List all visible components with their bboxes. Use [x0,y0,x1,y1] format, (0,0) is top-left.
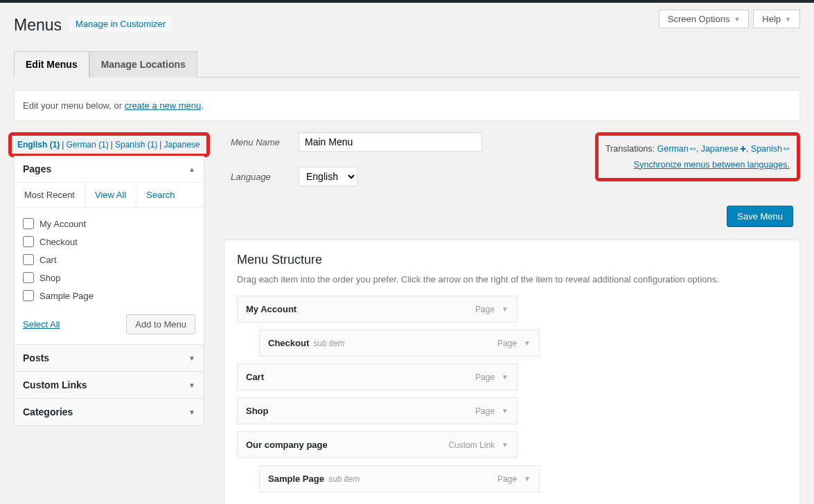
save-menu-button[interactable]: Save Menu [727,206,793,227]
lang-german[interactable]: German (1) [66,140,108,150]
page-item-label: Cart [39,255,57,265]
accordion-custom-links-label: Custom Links [23,379,87,390]
page-checkbox[interactable] [23,272,34,283]
menu-item-label: Sample Pagesub item [268,474,360,484]
menu-item-label: Checkoutsub item [268,338,345,348]
menu-item-label: Our company page [246,440,328,450]
menu-item[interactable]: My AccountPage▼ [237,296,517,323]
help-button[interactable]: Help ▼ [753,10,800,28]
page-item-label: My Account [39,219,86,229]
menu-item-label: Cart [246,372,264,382]
pencil-icon: ✏ [690,143,696,156]
menu-item-type: Page [497,339,517,348]
menu-item[interactable]: ShopPage▼ [237,397,517,424]
translation-spanish-link[interactable]: Spanish✏ [751,144,790,154]
accordion-categories-header[interactable]: Categories ▼ [15,398,204,425]
chevron-down-icon: ▼ [188,381,195,389]
list-item: Shop [23,269,195,287]
menu-structure-desc: Drag each item into the order you prefer… [237,274,787,285]
screen-options-label: Screen Options [668,14,730,24]
accordion-pages-body: Most Recent View All Search My Account C… [15,182,204,344]
menu-item-label: Shop [246,406,269,416]
pages-list: My Account Checkout Cart Shop Sample Pag… [23,215,195,305]
chevron-down-icon: ▼ [785,16,791,23]
pages-tab-view-all[interactable]: View All [85,183,136,207]
page-checkbox[interactable] [23,236,34,247]
chevron-down-icon[interactable]: ▼ [502,373,508,381]
menu-item-type: Page [475,372,495,382]
accordion-categories-label: Categories [23,406,73,417]
accordion-custom-links-header[interactable]: Custom Links ▼ [15,371,204,398]
translation-german-link[interactable]: German✏ [657,144,696,154]
create-new-menu-link[interactable]: create a new menu [125,100,202,111]
language-select[interactable]: English [299,167,357,186]
chevron-down-icon[interactable]: ▼ [524,339,531,347]
menu-name-input[interactable] [299,132,482,152]
pencil-icon: ✏ [784,143,790,156]
list-item: Checkout [23,233,195,251]
menu-item-label: My Account [246,304,297,314]
tab-edit-menus[interactable]: Edit Menus [14,51,89,78]
accordion-pages-label: Pages [23,163,51,174]
page-header: Menus Manage in Customizer Screen Option… [14,10,800,37]
menu-item-type: Page [475,305,495,314]
tab-manage-locations[interactable]: Manage Locations [89,51,197,78]
page-checkbox[interactable] [23,254,34,265]
help-label: Help [762,14,781,24]
plus-icon: ✚ [740,143,746,156]
page-checkbox[interactable] [23,218,34,229]
accordion-posts-label: Posts [23,352,49,363]
chevron-down-icon[interactable]: ▼ [502,441,508,449]
notice-suffix: . [201,100,204,111]
chevron-down-icon[interactable]: ▼ [524,475,531,483]
menu-item[interactable]: Checkoutsub itemPage▼ [259,330,540,357]
translation-japanese-link[interactable]: Japanese✚ [701,144,746,154]
page-item-label: Sample Page [39,291,94,301]
chevron-down-icon[interactable]: ▼ [502,305,508,313]
menu-structure-panel: ↖ Menu Structure Drag each item into the… [224,240,800,504]
chevron-down-icon: ▼ [188,354,195,362]
list-item: Sample Page [23,287,195,305]
page-checkbox[interactable] [23,290,34,301]
list-item: My Account [23,215,195,233]
nav-tabs: Edit Menus Manage Locations [14,51,800,78]
chevron-down-icon: ▼ [734,16,740,23]
lang-spanish[interactable]: Spanish (1) [115,140,157,150]
menu-items-list: My AccountPage▼Checkoutsub itemPage▼Cart… [237,296,787,492]
language-label: Language [231,172,286,182]
chevron-down-icon[interactable]: ▼ [502,407,508,415]
lang-english[interactable]: English (1) [17,140,60,150]
menu-item-type: Custom Link [448,440,495,450]
pages-tab-recent[interactable]: Most Recent [15,183,85,207]
notice-prefix: Edit your menu below, or [23,100,125,111]
page-title: Menus [14,10,62,37]
chevron-down-icon: ▼ [188,408,195,416]
add-items-accordion: Pages ▲ Most Recent View All Search My A… [14,156,204,426]
manage-menus-notice: Edit your menu below, or create a new me… [14,90,800,121]
page-item-label: Shop [39,273,60,283]
sub-item-tag: sub item [328,474,360,484]
sub-item-tag: sub item [313,339,344,348]
page-item-label: Checkout [39,237,78,247]
list-item: Cart [23,251,195,269]
menu-item[interactable]: Our company pageCustom Link▼ [237,431,517,458]
add-to-menu-button[interactable]: Add to Menu [126,314,195,334]
menu-structure-title: Menu Structure [237,253,787,267]
lang-japanese[interactable]: Japanese [163,140,200,150]
pages-tab-search[interactable]: Search [136,183,184,207]
menu-item[interactable]: Sample Pagesub itemPage▼ [259,465,540,492]
select-all-link[interactable]: Select All [23,319,60,330]
menu-item-type: Page [475,406,495,416]
manage-in-customizer-link[interactable]: Manage in Customizer [69,16,172,32]
menu-item-type: Page [497,474,517,484]
menu-item[interactable]: CartPage▼ [237,363,517,390]
chevron-up-icon: ▲ [188,165,195,173]
language-switcher: English (1) | German (1) | Spanish (1) |… [12,136,206,154]
accordion-pages-header[interactable]: Pages ▲ [15,156,204,182]
screen-options-button[interactable]: Screen Options ▼ [659,10,750,28]
menu-name-label: Menu Name [231,137,286,147]
translations-label: Translations: [605,144,657,154]
accordion-posts-header[interactable]: Posts ▼ [15,344,204,371]
menu-settings-bar: Menu Name Translations: German✏, Japanes… [224,132,800,237]
